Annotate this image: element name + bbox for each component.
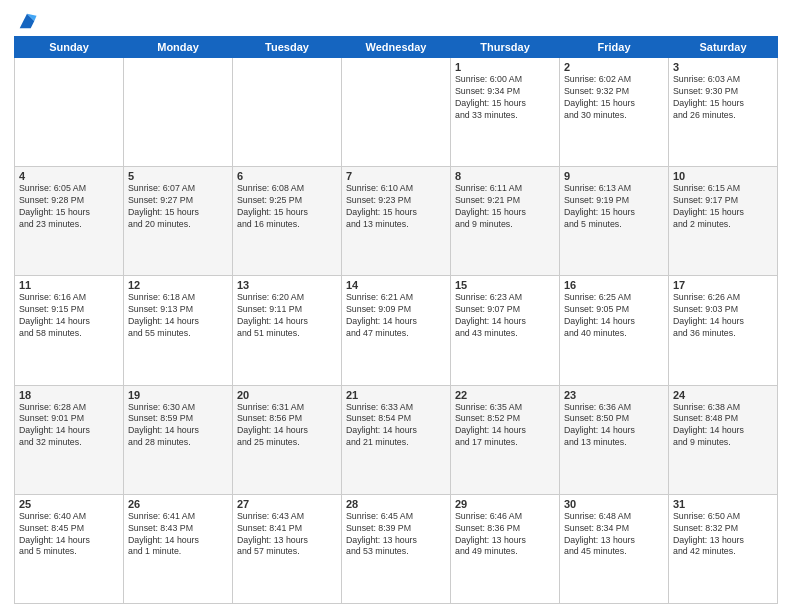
day-number: 13 xyxy=(237,279,337,291)
day-number: 26 xyxy=(128,498,228,510)
calendar-cell: 1Sunrise: 6:00 AM Sunset: 9:34 PM Daylig… xyxy=(451,58,560,167)
day-info: Sunrise: 6:21 AM Sunset: 9:09 PM Dayligh… xyxy=(346,292,446,340)
weekday-header-friday: Friday xyxy=(560,37,669,58)
day-number: 7 xyxy=(346,170,446,182)
day-info: Sunrise: 6:36 AM Sunset: 8:50 PM Dayligh… xyxy=(564,402,664,450)
day-info: Sunrise: 6:48 AM Sunset: 8:34 PM Dayligh… xyxy=(564,511,664,559)
calendar-cell: 23Sunrise: 6:36 AM Sunset: 8:50 PM Dayli… xyxy=(560,385,669,494)
calendar-cell: 14Sunrise: 6:21 AM Sunset: 9:09 PM Dayli… xyxy=(342,276,451,385)
calendar-cell xyxy=(233,58,342,167)
day-info: Sunrise: 6:26 AM Sunset: 9:03 PM Dayligh… xyxy=(673,292,773,340)
day-number: 4 xyxy=(19,170,119,182)
day-number: 5 xyxy=(128,170,228,182)
day-number: 14 xyxy=(346,279,446,291)
calendar-cell: 20Sunrise: 6:31 AM Sunset: 8:56 PM Dayli… xyxy=(233,385,342,494)
day-info: Sunrise: 6:02 AM Sunset: 9:32 PM Dayligh… xyxy=(564,74,664,122)
day-number: 17 xyxy=(673,279,773,291)
calendar-cell: 29Sunrise: 6:46 AM Sunset: 8:36 PM Dayli… xyxy=(451,494,560,603)
day-number: 11 xyxy=(19,279,119,291)
calendar-cell: 7Sunrise: 6:10 AM Sunset: 9:23 PM Daylig… xyxy=(342,167,451,276)
calendar-cell: 3Sunrise: 6:03 AM Sunset: 9:30 PM Daylig… xyxy=(669,58,778,167)
calendar-cell: 30Sunrise: 6:48 AM Sunset: 8:34 PM Dayli… xyxy=(560,494,669,603)
day-number: 2 xyxy=(564,61,664,73)
day-info: Sunrise: 6:50 AM Sunset: 8:32 PM Dayligh… xyxy=(673,511,773,559)
calendar-table: SundayMondayTuesdayWednesdayThursdayFrid… xyxy=(14,36,778,604)
week-row-2: 4Sunrise: 6:05 AM Sunset: 9:28 PM Daylig… xyxy=(15,167,778,276)
calendar-cell: 12Sunrise: 6:18 AM Sunset: 9:13 PM Dayli… xyxy=(124,276,233,385)
calendar-cell xyxy=(124,58,233,167)
day-number: 10 xyxy=(673,170,773,182)
day-info: Sunrise: 6:11 AM Sunset: 9:21 PM Dayligh… xyxy=(455,183,555,231)
day-info: Sunrise: 6:33 AM Sunset: 8:54 PM Dayligh… xyxy=(346,402,446,450)
calendar-cell: 21Sunrise: 6:33 AM Sunset: 8:54 PM Dayli… xyxy=(342,385,451,494)
calendar-cell: 6Sunrise: 6:08 AM Sunset: 9:25 PM Daylig… xyxy=(233,167,342,276)
day-number: 21 xyxy=(346,389,446,401)
day-info: Sunrise: 6:03 AM Sunset: 9:30 PM Dayligh… xyxy=(673,74,773,122)
calendar-cell: 27Sunrise: 6:43 AM Sunset: 8:41 PM Dayli… xyxy=(233,494,342,603)
day-info: Sunrise: 6:05 AM Sunset: 9:28 PM Dayligh… xyxy=(19,183,119,231)
day-info: Sunrise: 6:20 AM Sunset: 9:11 PM Dayligh… xyxy=(237,292,337,340)
day-info: Sunrise: 6:35 AM Sunset: 8:52 PM Dayligh… xyxy=(455,402,555,450)
weekday-header-tuesday: Tuesday xyxy=(233,37,342,58)
day-info: Sunrise: 6:40 AM Sunset: 8:45 PM Dayligh… xyxy=(19,511,119,559)
day-number: 8 xyxy=(455,170,555,182)
day-info: Sunrise: 6:43 AM Sunset: 8:41 PM Dayligh… xyxy=(237,511,337,559)
calendar-cell: 2Sunrise: 6:02 AM Sunset: 9:32 PM Daylig… xyxy=(560,58,669,167)
page: SundayMondayTuesdayWednesdayThursdayFrid… xyxy=(0,0,792,612)
weekday-header-thursday: Thursday xyxy=(451,37,560,58)
weekday-header-wednesday: Wednesday xyxy=(342,37,451,58)
calendar-cell xyxy=(15,58,124,167)
calendar-cell: 8Sunrise: 6:11 AM Sunset: 9:21 PM Daylig… xyxy=(451,167,560,276)
week-row-5: 25Sunrise: 6:40 AM Sunset: 8:45 PM Dayli… xyxy=(15,494,778,603)
day-number: 18 xyxy=(19,389,119,401)
calendar-cell: 18Sunrise: 6:28 AM Sunset: 9:01 PM Dayli… xyxy=(15,385,124,494)
calendar-cell: 4Sunrise: 6:05 AM Sunset: 9:28 PM Daylig… xyxy=(15,167,124,276)
calendar-cell: 16Sunrise: 6:25 AM Sunset: 9:05 PM Dayli… xyxy=(560,276,669,385)
day-number: 30 xyxy=(564,498,664,510)
weekday-header-row: SundayMondayTuesdayWednesdayThursdayFrid… xyxy=(15,37,778,58)
day-info: Sunrise: 6:23 AM Sunset: 9:07 PM Dayligh… xyxy=(455,292,555,340)
day-info: Sunrise: 6:18 AM Sunset: 9:13 PM Dayligh… xyxy=(128,292,228,340)
calendar-cell: 15Sunrise: 6:23 AM Sunset: 9:07 PM Dayli… xyxy=(451,276,560,385)
day-number: 6 xyxy=(237,170,337,182)
day-number: 25 xyxy=(19,498,119,510)
day-info: Sunrise: 6:28 AM Sunset: 9:01 PM Dayligh… xyxy=(19,402,119,450)
day-info: Sunrise: 6:31 AM Sunset: 8:56 PM Dayligh… xyxy=(237,402,337,450)
day-info: Sunrise: 6:25 AM Sunset: 9:05 PM Dayligh… xyxy=(564,292,664,340)
day-info: Sunrise: 6:07 AM Sunset: 9:27 PM Dayligh… xyxy=(128,183,228,231)
calendar-cell: 22Sunrise: 6:35 AM Sunset: 8:52 PM Dayli… xyxy=(451,385,560,494)
logo-icon xyxy=(16,10,38,32)
day-number: 12 xyxy=(128,279,228,291)
calendar-cell: 17Sunrise: 6:26 AM Sunset: 9:03 PM Dayli… xyxy=(669,276,778,385)
day-number: 16 xyxy=(564,279,664,291)
calendar-cell: 11Sunrise: 6:16 AM Sunset: 9:15 PM Dayli… xyxy=(15,276,124,385)
logo xyxy=(14,10,38,32)
day-number: 27 xyxy=(237,498,337,510)
day-number: 31 xyxy=(673,498,773,510)
day-number: 28 xyxy=(346,498,446,510)
calendar-cell: 28Sunrise: 6:45 AM Sunset: 8:39 PM Dayli… xyxy=(342,494,451,603)
calendar-cell: 24Sunrise: 6:38 AM Sunset: 8:48 PM Dayli… xyxy=(669,385,778,494)
calendar-cell: 5Sunrise: 6:07 AM Sunset: 9:27 PM Daylig… xyxy=(124,167,233,276)
day-number: 24 xyxy=(673,389,773,401)
day-number: 22 xyxy=(455,389,555,401)
day-info: Sunrise: 6:46 AM Sunset: 8:36 PM Dayligh… xyxy=(455,511,555,559)
day-info: Sunrise: 6:16 AM Sunset: 9:15 PM Dayligh… xyxy=(19,292,119,340)
day-info: Sunrise: 6:15 AM Sunset: 9:17 PM Dayligh… xyxy=(673,183,773,231)
calendar-cell xyxy=(342,58,451,167)
day-info: Sunrise: 6:41 AM Sunset: 8:43 PM Dayligh… xyxy=(128,511,228,559)
day-info: Sunrise: 6:08 AM Sunset: 9:25 PM Dayligh… xyxy=(237,183,337,231)
calendar-cell: 19Sunrise: 6:30 AM Sunset: 8:59 PM Dayli… xyxy=(124,385,233,494)
day-info: Sunrise: 6:13 AM Sunset: 9:19 PM Dayligh… xyxy=(564,183,664,231)
day-number: 1 xyxy=(455,61,555,73)
day-info: Sunrise: 6:10 AM Sunset: 9:23 PM Dayligh… xyxy=(346,183,446,231)
day-info: Sunrise: 6:30 AM Sunset: 8:59 PM Dayligh… xyxy=(128,402,228,450)
day-number: 15 xyxy=(455,279,555,291)
day-info: Sunrise: 6:00 AM Sunset: 9:34 PM Dayligh… xyxy=(455,74,555,122)
week-row-3: 11Sunrise: 6:16 AM Sunset: 9:15 PM Dayli… xyxy=(15,276,778,385)
day-number: 23 xyxy=(564,389,664,401)
calendar-cell: 31Sunrise: 6:50 AM Sunset: 8:32 PM Dayli… xyxy=(669,494,778,603)
weekday-header-saturday: Saturday xyxy=(669,37,778,58)
header xyxy=(14,10,778,32)
calendar-cell: 25Sunrise: 6:40 AM Sunset: 8:45 PM Dayli… xyxy=(15,494,124,603)
